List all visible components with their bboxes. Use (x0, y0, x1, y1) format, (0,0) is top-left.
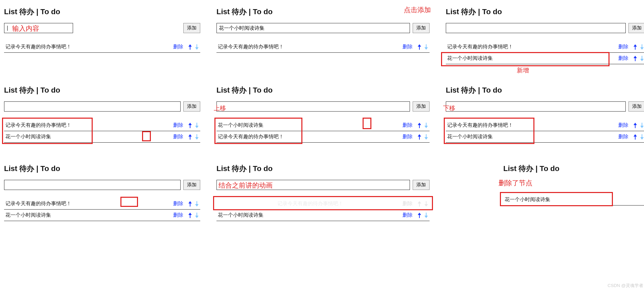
add-button[interactable]: 添加 (628, 101, 644, 112)
delete-link[interactable]: 删除 (618, 134, 628, 140)
delete-link[interactable]: 删除 (173, 200, 183, 207)
arrow-down-icon[interactable] (423, 133, 430, 141)
add-button[interactable]: 添加 (183, 101, 200, 112)
delete-link[interactable]: 删除 (402, 212, 413, 218)
arrow-up-icon[interactable] (416, 200, 423, 208)
panel-8: List 待办 | To do 结合之前讲的动画 添加 记录今天有趣的待办事情吧… (215, 160, 431, 224)
arrow-up-icon[interactable] (416, 212, 423, 219)
todo-input[interactable] (4, 101, 181, 112)
watermark: CSDN @灵魂学者 (607, 283, 643, 288)
list-item: 花一个小时阅读诗集 新增 删除 (446, 53, 644, 64)
item-text: 记录今天有趣的待办事情吧！ (216, 200, 402, 207)
panel-1: List 待办 | To do | 输入内容 添加 记录今天有趣的待办事情吧！ … (3, 3, 202, 68)
list-item: 花一个小时阅读诗集 删除 (216, 120, 430, 131)
list-item: 花一个小时阅读诗集 删除 (446, 131, 644, 143)
add-button[interactable]: 添加 (413, 180, 430, 190)
todo-input[interactable] (216, 101, 410, 112)
list-item: 花一个小时阅读诗集 删除 (4, 210, 200, 221)
add-button[interactable]: 添加 (413, 23, 430, 33)
arrow-down-icon[interactable] (423, 122, 430, 129)
arrow-down-icon[interactable] (423, 212, 430, 219)
arrow-up-icon[interactable] (187, 200, 193, 208)
item-text: 记录今天有趣的待办事情吧！ (446, 44, 618, 50)
delete-link[interactable]: 删除 (402, 44, 413, 50)
delete-link[interactable]: 删除 (618, 122, 628, 128)
arrow-down-icon[interactable] (639, 43, 644, 51)
delete-link[interactable]: 删除 (173, 44, 183, 50)
arrow-up-icon[interactable] (187, 133, 193, 141)
arrow-up-icon[interactable] (632, 133, 639, 141)
add-button[interactable]: 添加 (628, 23, 644, 33)
item-text: 记录今天有趣的待办事情吧！ (4, 122, 173, 128)
arrow-down-icon[interactable] (193, 212, 200, 219)
delete-link[interactable]: 删除 (173, 122, 183, 128)
page-title: List 待办 | To do (216, 85, 430, 95)
item-text: 花一个小时阅读诗集 (216, 212, 402, 218)
item-text: 花一个小时阅读诗集 (216, 122, 402, 128)
panel-6: List 待办 | To do 添加 下移 记录今天有趣的待办事情吧！ 删除 花… (444, 81, 644, 146)
todo-input[interactable] (4, 180, 181, 190)
page-title: List 待办 | To do (4, 164, 200, 174)
anno-new: 新增 (517, 66, 529, 74)
arrow-up-icon[interactable] (416, 133, 423, 141)
panel-5: List 待办 | To do 添加 上移 花一个小时阅读诗集 删除 记录今天有… (215, 81, 431, 146)
add-button[interactable]: 添加 (183, 180, 200, 190)
list-item: 花一个小时阅读诗集 删除 (216, 210, 430, 221)
page-title: List 待办 | To do (216, 7, 430, 17)
arrow-up-icon[interactable] (632, 55, 639, 62)
item-text: 记录今天有趣的待办事情吧！ (216, 44, 402, 50)
arrow-down-icon[interactable] (423, 200, 430, 208)
caret-icon: | (7, 25, 8, 31)
page-title: List 待办 | To do (503, 164, 644, 174)
item-text: 记录今天有趣的待办事情吧！ (216, 134, 402, 140)
add-button[interactable]: 添加 (413, 101, 430, 112)
arrow-down-icon[interactable] (639, 133, 644, 141)
panel-7: List 待办 | To do 添加 记录今天有趣的待办事情吧！ 删除 花一个小… (3, 160, 202, 224)
list-item: 记录今天有趣的待办事情吧！ 删除 (4, 120, 200, 131)
arrow-down-icon[interactable] (193, 43, 200, 51)
todo-input[interactable] (216, 180, 410, 190)
page-title: List 待办 | To do (446, 85, 644, 95)
arrow-down-icon[interactable] (639, 122, 644, 129)
arrow-up-icon[interactable] (187, 122, 193, 129)
item-text: 花一个小时阅读诗集 (4, 212, 173, 218)
panel-2: List 待办 | To do 点击添加 添加 记录今天有趣的待办事情吧！ 删除 (215, 3, 431, 68)
delete-link[interactable]: 删除 (618, 44, 628, 50)
panel-9: List 待办 | To do 删除了节点 花一个小时阅读诗集 删除 (444, 160, 644, 224)
delete-link[interactable]: 删除 (618, 55, 628, 62)
item-text: 记录今天有趣的待办事情吧！ (4, 200, 173, 207)
todo-input[interactable] (446, 101, 626, 112)
anno-deleted: 删除了节点 (499, 178, 532, 188)
todo-input[interactable] (4, 23, 73, 33)
add-button[interactable]: 添加 (183, 23, 200, 33)
arrow-up-icon[interactable] (632, 43, 639, 51)
arrow-down-icon[interactable] (193, 200, 200, 208)
delete-link[interactable]: 删除 (402, 122, 413, 128)
delete-link[interactable]: 删除 (173, 134, 183, 140)
list-item: 记录今天有趣的待办事情吧！ 删除 (4, 41, 200, 53)
page-title: List 待办 | To do (4, 7, 200, 17)
list-item: 记录今天有趣的待办事情吧！ 删除 (446, 41, 644, 53)
todo-input[interactable] (446, 23, 626, 33)
arrow-down-icon[interactable] (423, 43, 430, 51)
item-text: 花一个小时阅读诗集 (4, 134, 173, 140)
delete-link[interactable]: 删除 (402, 134, 413, 140)
panel-3: List 待办 | To do 添加 记录今天有趣的待办事情吧！ 删除 花一个小… (444, 3, 644, 68)
arrow-up-icon[interactable] (416, 43, 423, 51)
arrow-up-icon[interactable] (187, 212, 193, 219)
arrow-down-icon[interactable] (193, 122, 200, 129)
arrow-up-icon[interactable] (416, 122, 423, 129)
list-item: 记录今天有趣的待办事情吧！ 删除 (216, 41, 430, 53)
item-text: 花一个小时阅读诗集 (503, 196, 644, 203)
arrow-down-icon[interactable] (639, 55, 644, 62)
delete-link[interactable]: 删除 (402, 200, 413, 207)
delete-link[interactable]: 删除 (173, 212, 183, 218)
list-item: 花一个小时阅读诗集 删除 (503, 194, 644, 206)
arrow-down-icon[interactable] (193, 133, 200, 141)
list-item: 记录今天有趣的待办事情吧！ 删除 (4, 198, 200, 210)
todo-input[interactable] (216, 23, 410, 33)
list-item-fading: 记录今天有趣的待办事情吧！ 删除 (216, 198, 430, 210)
list-item: 记录今天有趣的待办事情吧！ 删除 (446, 120, 644, 131)
arrow-up-icon[interactable] (632, 122, 639, 129)
arrow-up-icon[interactable] (187, 43, 193, 51)
